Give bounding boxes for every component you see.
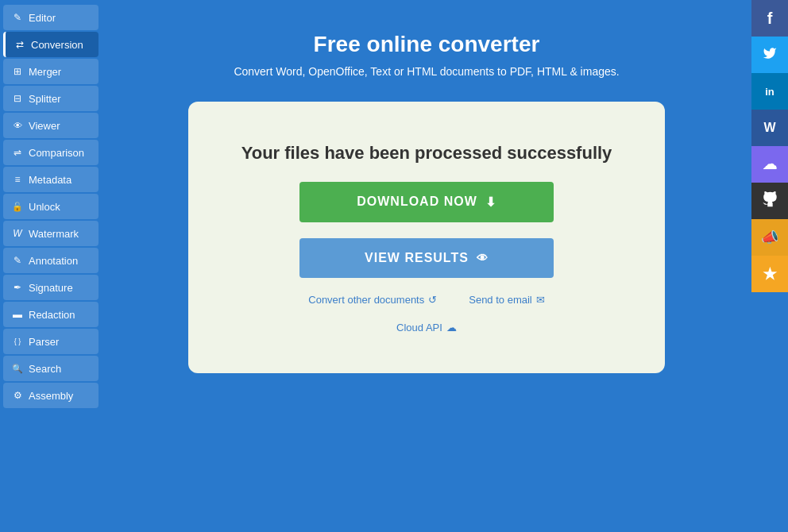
- sidebar: Editor Conversion Merger Splitter Viewer…: [0, 0, 102, 532]
- cloud-social-button[interactable]: ☁: [751, 146, 788, 183]
- sidebar-item-watermark[interactable]: Watermark: [3, 221, 98, 246]
- twitter-icon: [761, 46, 778, 64]
- github-button[interactable]: [751, 183, 788, 219]
- search-icon: [11, 362, 24, 375]
- merger-icon: [11, 65, 24, 78]
- sidebar-label-metadata: Metadata: [29, 174, 71, 186]
- convert-other-link[interactable]: Convert other documents: [308, 294, 437, 306]
- sidebar-label-splitter: Splitter: [29, 93, 60, 105]
- sidebar-label-assembly: Assembly: [29, 390, 73, 402]
- view-results-label: VIEW RESULTS: [365, 251, 469, 265]
- sidebar-item-splitter[interactable]: Splitter: [3, 86, 98, 111]
- refresh-icon: [428, 294, 437, 306]
- sidebar-label-annotation: Annotation: [29, 255, 78, 267]
- sidebar-label-redaction: Redaction: [29, 309, 75, 321]
- page-title: Free online converter: [314, 32, 540, 57]
- facebook-button[interactable]: f: [751, 0, 788, 37]
- main-content: Free online converter Convert Word, Open…: [102, 0, 751, 532]
- sidebar-item-parser[interactable]: Parser: [3, 329, 98, 354]
- download-now-button[interactable]: DOWNLOAD NOW: [299, 182, 554, 222]
- star-button[interactable]: ★: [751, 256, 788, 292]
- comparison-icon: [11, 146, 24, 159]
- cloud-api-link[interactable]: Cloud API: [396, 322, 457, 333]
- star-icon: ★: [763, 264, 777, 283]
- social-bar: f in W ☁ 📣 ★: [751, 0, 788, 532]
- sidebar-item-comparison[interactable]: Comparison: [3, 140, 98, 165]
- annotation-icon: [11, 254, 24, 267]
- parser-icon: [11, 335, 24, 348]
- signature-icon: [11, 281, 24, 294]
- sidebar-item-editor[interactable]: Editor: [3, 5, 98, 30]
- word-icon: W: [763, 121, 775, 135]
- send-to-email-label: Send to email: [469, 294, 532, 306]
- linkedin-button[interactable]: in: [751, 73, 788, 110]
- editor-icon: [11, 11, 24, 24]
- sidebar-item-merger[interactable]: Merger: [3, 59, 98, 84]
- sidebar-label-editor: Editor: [29, 12, 56, 24]
- cloud-icon: [446, 322, 457, 333]
- download-icon: [485, 195, 496, 210]
- word-button[interactable]: W: [751, 110, 788, 146]
- sidebar-label-search: Search: [29, 363, 61, 375]
- megaphone-button[interactable]: 📣: [751, 219, 788, 256]
- sidebar-label-merger: Merger: [29, 66, 61, 78]
- watermark-icon: [11, 227, 24, 240]
- action-links: Convert other documents Send to email: [308, 294, 544, 306]
- result-card: Your files have been processed successfu…: [188, 102, 665, 373]
- sidebar-label-watermark: Watermark: [29, 228, 79, 240]
- sidebar-label-parser: Parser: [29, 336, 59, 348]
- sidebar-item-unlock[interactable]: Unlock: [3, 194, 98, 219]
- convert-other-label: Convert other documents: [308, 294, 424, 306]
- unlock-icon: [11, 200, 24, 213]
- sidebar-item-metadata[interactable]: Metadata: [3, 167, 98, 192]
- sidebar-item-viewer[interactable]: Viewer: [3, 113, 98, 138]
- sidebar-item-annotation[interactable]: Annotation: [3, 248, 98, 273]
- sidebar-item-signature[interactable]: Signature: [3, 275, 98, 300]
- cloud-social-icon: ☁: [763, 156, 777, 173]
- facebook-icon: f: [767, 10, 773, 28]
- twitter-button[interactable]: [751, 37, 788, 73]
- splitter-icon: [11, 92, 24, 105]
- page-subtitle: Convert Word, OpenOffice, Text or HTML d…: [234, 65, 619, 78]
- megaphone-icon: 📣: [761, 229, 778, 246]
- sidebar-item-conversion[interactable]: Conversion: [3, 32, 98, 57]
- redaction-icon: [11, 308, 24, 321]
- sidebar-label-comparison: Comparison: [29, 147, 84, 159]
- sidebar-label-signature: Signature: [29, 282, 73, 294]
- eye-icon: [477, 251, 489, 265]
- assembly-icon: [11, 389, 24, 402]
- send-to-email-link[interactable]: Send to email: [469, 294, 545, 306]
- sidebar-item-search[interactable]: Search: [3, 356, 98, 381]
- sidebar-label-conversion: Conversion: [31, 39, 83, 51]
- sidebar-label-unlock: Unlock: [29, 201, 60, 213]
- linkedin-icon: in: [765, 86, 774, 98]
- metadata-icon: [11, 173, 24, 186]
- github-icon: [761, 191, 778, 212]
- download-label: DOWNLOAD NOW: [357, 195, 477, 209]
- sidebar-item-redaction[interactable]: Redaction: [3, 302, 98, 327]
- email-icon: [536, 294, 545, 306]
- view-results-button[interactable]: VIEW RESULTS: [299, 238, 554, 278]
- sidebar-item-assembly[interactable]: Assembly: [3, 383, 98, 408]
- viewer-icon: [11, 119, 24, 132]
- success-message: Your files have been processed successfu…: [241, 141, 612, 166]
- cloud-api-label: Cloud API: [396, 322, 442, 333]
- conversion-icon: [14, 38, 26, 51]
- sidebar-label-viewer: Viewer: [29, 120, 60, 132]
